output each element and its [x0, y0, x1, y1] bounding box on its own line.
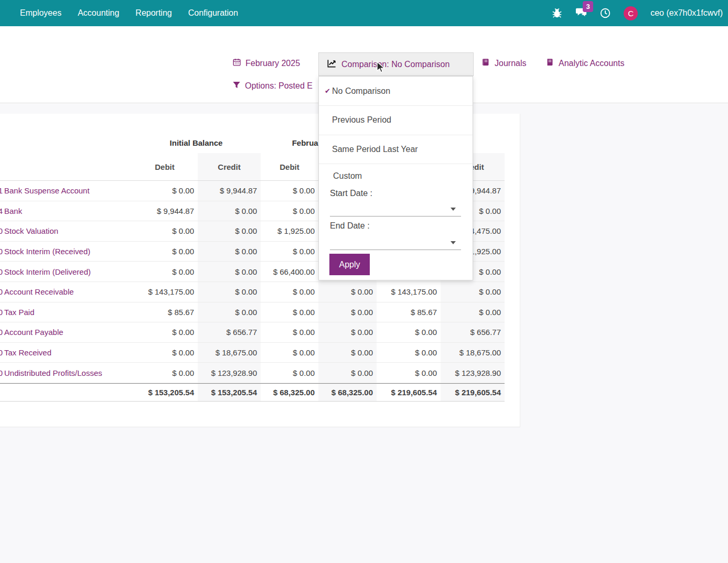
- amount-cell: $ 123,928.90: [441, 363, 505, 383]
- corner-cell: [0, 132, 132, 153]
- account-link[interactable]: Stock Interim (Delivered): [4, 267, 91, 276]
- amount-cell: $ 0.00: [261, 242, 318, 262]
- clipped-account-code: 0: [0, 267, 3, 276]
- nav-menu-employees[interactable]: Employees: [20, 8, 61, 18]
- divider: [319, 164, 473, 164]
- amount-cell: $ 0.00: [377, 322, 441, 343]
- account-name-cell: 0Stock Interim (Received): [0, 242, 132, 262]
- date-filter-label: February 2025: [245, 59, 300, 68]
- options-filter-button[interactable]: Options: Posted E: [232, 81, 313, 91]
- amount-cell: $ 0.00: [261, 201, 318, 222]
- account-name-cell: 1Bank Suspense Account: [0, 181, 132, 201]
- amount-cell: $ 1,925.00: [261, 221, 318, 242]
- apply-button[interactable]: Apply: [329, 254, 370, 275]
- amount-cell: $ 85.67: [377, 302, 441, 323]
- journals-filter-button[interactable]: Journals: [481, 58, 526, 69]
- amount-cell: $ 0.00: [132, 242, 198, 262]
- options-filter-label: Options: Posted E: [245, 81, 313, 91]
- account-name-cell: 0Stock Valuation: [0, 221, 132, 242]
- bug-icon[interactable]: [551, 7, 563, 19]
- comparison-option-previous-period[interactable]: Previous Period: [319, 105, 473, 134]
- date-filter-button[interactable]: February 2025: [232, 58, 300, 69]
- account-link[interactable]: Stock Interim (Received): [4, 247, 90, 256]
- amount-cell: $ 0.00: [318, 322, 377, 343]
- amount-cell: $ 0.00: [441, 302, 505, 323]
- account-link[interactable]: Stock Valuation: [4, 226, 58, 235]
- total-amount-cell: $ 153,205.54: [198, 383, 261, 402]
- navbar-right: 3 C ceo (ex7h0x1fcwvf): [551, 0, 723, 26]
- amount-cell: $ 0.00: [318, 343, 377, 363]
- amount-cell: $ 66,400.00: [261, 262, 318, 282]
- line-chart-icon: [327, 58, 337, 70]
- amount-cell: $ 0.00: [261, 181, 318, 201]
- amount-cell: $ 0.00: [198, 221, 261, 242]
- account-name-cell: 0Undistributed Profits/Losses: [0, 363, 132, 383]
- amount-cell: $ 0.00: [261, 322, 318, 343]
- account-link[interactable]: Account Receivable: [4, 287, 74, 296]
- group-header: Initial Balance: [132, 132, 261, 153]
- comparison-option-no-comparison[interactable]: ✔No Comparison: [319, 77, 473, 105]
- funnel-icon: [232, 81, 241, 91]
- account-link[interactable]: Bank Suspense Account: [4, 186, 90, 195]
- clipped-account-code: 0: [0, 247, 3, 256]
- account-link[interactable]: Tax Received: [4, 348, 51, 357]
- clipped-account-code: 0: [0, 287, 3, 296]
- amount-cell: $ 0.00: [377, 343, 441, 363]
- column-header-credit: Credit: [198, 153, 261, 181]
- checkmark-icon: ✔: [319, 87, 332, 95]
- calendar-icon: [232, 58, 241, 69]
- total-amount-cell: $ 219,605.54: [377, 383, 441, 402]
- amount-cell: $ 0.00: [198, 302, 261, 323]
- total-amount-cell: $ 219,605.54: [441, 383, 505, 402]
- clipped-account-code: 0: [0, 328, 3, 337]
- comparison-option-label: Same Period Last Year: [332, 145, 418, 154]
- column-header-debit: Debit: [261, 153, 318, 181]
- total-row-label-cell: [0, 383, 132, 402]
- account-link[interactable]: Tax Paid: [4, 308, 35, 317]
- start-date-select[interactable]: [330, 202, 461, 216]
- end-date-label: End Date :: [330, 221, 370, 231]
- amount-cell: $ 0.00: [132, 221, 198, 242]
- chevron-down-icon: [451, 208, 456, 211]
- comparison-option-label: Previous Period: [332, 115, 391, 125]
- analytic-accounts-filter-button[interactable]: Analytic Accounts: [545, 58, 624, 69]
- end-date-select[interactable]: [330, 236, 461, 250]
- nav-menu-reporting[interactable]: Reporting: [135, 8, 172, 18]
- start-date-label: Start Date :: [330, 189, 372, 198]
- chevron-down-icon: [451, 241, 456, 244]
- clipped-account-code: 4: [0, 207, 3, 215]
- account-name-cell: 0Stock Interim (Delivered): [0, 262, 132, 282]
- comparison-option-same-period-last-year[interactable]: Same Period Last Year: [319, 135, 473, 164]
- user-avatar[interactable]: C: [624, 6, 638, 20]
- amount-cell: $ 0.00: [261, 363, 318, 383]
- comparison-dropdown-toggle[interactable]: Comparison: No Comparison: [318, 52, 474, 76]
- nav-menu-configuration[interactable]: Configuration: [188, 8, 238, 18]
- messages-button[interactable]: 3: [575, 6, 587, 20]
- amount-cell: $ 0.00: [318, 363, 377, 383]
- journal-book-icon: [481, 58, 490, 69]
- amount-cell: $ 0.00: [198, 242, 261, 262]
- corner-cell: [0, 153, 132, 181]
- nav-menu-accounting[interactable]: Accounting: [78, 8, 119, 18]
- user-name[interactable]: ceo (ex7h0x1fcwvf): [650, 8, 723, 18]
- analytic-filter-label: Analytic Accounts: [559, 59, 624, 68]
- amount-cell: $ 9,944.87: [198, 181, 261, 201]
- activities-clock-icon[interactable]: [599, 7, 611, 19]
- amount-cell: $ 85.67: [132, 302, 198, 323]
- account-link[interactable]: Account Payable: [4, 328, 63, 337]
- account-link[interactable]: Undistributed Profits/Losses: [4, 369, 102, 377]
- top-navbar: EmployeesAccountingReportingConfiguratio…: [0, 0, 728, 26]
- clipped-account-code: 1: [0, 186, 3, 195]
- amount-cell: $ 0.00: [132, 343, 198, 363]
- screen: EmployeesAccountingReportingConfiguratio…: [0, 0, 728, 563]
- clipped-account-code: 0: [0, 348, 3, 357]
- amount-cell: $ 0.00: [132, 262, 198, 282]
- amount-cell: $ 0.00: [377, 363, 441, 383]
- amount-cell: $ 18,675.00: [198, 343, 261, 363]
- clipped-account-code: 0: [0, 369, 3, 377]
- amount-cell: $ 0.00: [261, 302, 318, 323]
- total-amount-cell: $ 153,205.54: [132, 383, 198, 402]
- account-link[interactable]: Bank: [4, 207, 22, 215]
- amount-cell: $ 143,175.00: [377, 282, 441, 302]
- amount-cell: $ 0.00: [441, 282, 505, 302]
